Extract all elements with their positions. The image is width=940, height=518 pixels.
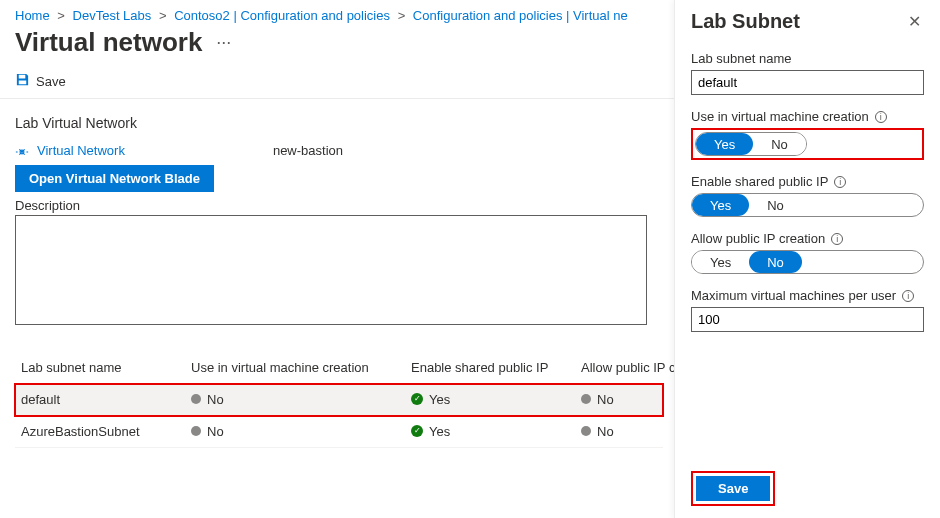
toggle-no[interactable]: No — [753, 133, 806, 155]
status-dot-icon — [581, 394, 591, 404]
panel-title: Lab Subnet — [691, 10, 800, 33]
cell-shared-ip: Yes — [411, 424, 581, 439]
close-icon[interactable]: ✕ — [904, 12, 924, 31]
virtual-network-icon — [15, 143, 29, 159]
col-shared-ip[interactable]: Enable shared public IP — [411, 360, 581, 375]
table-row[interactable]: AzureBastionSubnet No Yes No — [15, 416, 663, 448]
save-icon — [15, 72, 30, 90]
breadcrumb-current[interactable]: Configuration and policies | Virtual ne — [413, 8, 628, 23]
chevron-right-icon: > — [159, 8, 167, 23]
shared-ip-label: Enable shared public IP i — [691, 174, 924, 189]
save-highlight: Save — [691, 471, 775, 506]
virtual-network-value: new-bastion — [273, 143, 343, 158]
use-vm-toggle[interactable]: Yes No — [695, 132, 807, 156]
use-vm-highlight: Yes No — [691, 128, 924, 160]
open-vn-blade-button[interactable]: Open Virtual Network Blade — [15, 165, 214, 192]
info-icon[interactable]: i — [831, 233, 843, 245]
chevron-right-icon: > — [57, 8, 65, 23]
virtual-network-link[interactable]: Virtual Network — [37, 143, 125, 158]
breadcrumb-contoso[interactable]: Contoso2 | Configuration and policies — [174, 8, 390, 23]
table-row[interactable]: default No Yes No — [15, 384, 663, 416]
cell-subnet-name: AzureBastionSubnet — [21, 424, 191, 439]
cell-subnet-name: default — [21, 392, 191, 407]
page-title: Virtual network — [15, 27, 202, 58]
description-textarea[interactable] — [15, 215, 647, 325]
save-button-label: Save — [36, 74, 66, 89]
toggle-no[interactable]: No — [749, 251, 802, 273]
chevron-right-icon: > — [398, 8, 406, 23]
lab-subnet-panel: Lab Subnet ✕ Lab subnet name Use in virt… — [674, 0, 940, 518]
status-check-icon — [411, 425, 423, 437]
info-icon[interactable]: i — [834, 176, 846, 188]
col-subnet-name[interactable]: Lab subnet name — [21, 360, 191, 375]
table-header-row: Lab subnet name Use in virtual machine c… — [15, 352, 663, 384]
status-dot-icon — [191, 426, 201, 436]
max-vm-label: Maximum virtual machines per user i — [691, 288, 924, 303]
use-vm-label: Use in virtual machine creation i — [691, 109, 924, 124]
allow-ip-toggle[interactable]: Yes No — [691, 250, 924, 274]
toggle-yes[interactable]: Yes — [696, 133, 753, 155]
max-vm-input[interactable] — [691, 307, 924, 332]
toggle-no[interactable]: No — [749, 194, 802, 216]
breadcrumb-home[interactable]: Home — [15, 8, 50, 23]
status-check-icon — [411, 393, 423, 405]
status-dot-icon — [191, 394, 201, 404]
subnet-table: Lab subnet name Use in virtual machine c… — [15, 352, 663, 448]
subnet-name-label: Lab subnet name — [691, 51, 924, 66]
allow-ip-label: Allow public IP creation i — [691, 231, 924, 246]
breadcrumb-devtest[interactable]: DevTest Labs — [73, 8, 152, 23]
col-use-vm[interactable]: Use in virtual machine creation — [191, 360, 411, 375]
status-dot-icon — [581, 426, 591, 436]
cell-shared-ip: Yes — [411, 392, 581, 407]
save-button[interactable]: Save — [15, 72, 66, 90]
toggle-yes[interactable]: Yes — [692, 251, 749, 273]
subnet-name-input[interactable] — [691, 70, 924, 95]
more-actions-button[interactable]: ··· — [216, 32, 231, 53]
info-icon[interactable]: i — [902, 290, 914, 302]
shared-ip-toggle[interactable]: Yes No — [691, 193, 924, 217]
cell-use-vm: No — [191, 392, 411, 407]
info-icon[interactable]: i — [875, 111, 887, 123]
cell-use-vm: No — [191, 424, 411, 439]
panel-save-button[interactable]: Save — [696, 476, 770, 501]
toggle-yes[interactable]: Yes — [692, 194, 749, 216]
